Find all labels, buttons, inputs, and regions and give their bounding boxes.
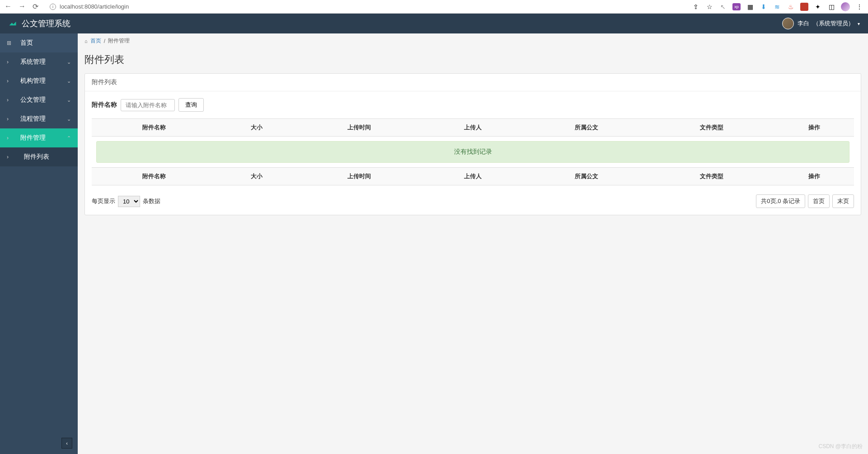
shield-icon[interactable] <box>800 3 808 11</box>
share-icon[interactable]: ⇪ <box>692 3 700 11</box>
col-size: 大小 <box>217 119 297 137</box>
sidebar-item-label: 首页 <box>20 39 71 47</box>
extension-icons: ⇪ ☆ ↖ xp ▦ ⬇ ≋ ♨ ✦ ◫ ⋮ <box>692 2 863 11</box>
reload-button[interactable]: ⟳ <box>33 2 38 11</box>
col-action: 操作 <box>774 168 854 185</box>
sidebar-item-label: 机构管理 <box>20 77 67 85</box>
chevron-down-icon: ▾ <box>858 21 860 26</box>
search-button[interactable]: 查询 <box>178 98 204 112</box>
sidebar-item-system[interactable]: › 系统管理 ⌄ <box>0 52 78 71</box>
chevron-right-icon: › <box>7 116 16 122</box>
sidebar-item-org[interactable]: › 机构管理 ⌄ <box>0 71 78 90</box>
chevron-down-icon: ⌄ <box>67 78 71 84</box>
sidebar-item-attachment[interactable]: › 附件管理 ⌃ <box>0 128 78 147</box>
col-upload-time: 上传时间 <box>296 168 422 185</box>
main-content: ⌂ 首页 / 附件管理 附件列表 附件列表 附件名称 查询 附件名称 <box>78 33 868 454</box>
table-header-row: 附件名称 大小 上传时间 上传人 所属公文 文件类型 操作 <box>92 119 854 137</box>
empty-message: 没有找到记录 <box>96 141 849 163</box>
chevron-right-icon: › <box>7 59 16 65</box>
page-size-select[interactable]: 10 <box>118 196 140 207</box>
pagination-row: 每页显示 10 条数据 共0页,0 条记录 首页 末页 <box>92 194 854 208</box>
xp-icon[interactable]: xp <box>732 3 741 10</box>
chevron-right-icon: › <box>7 78 16 84</box>
col-upload-time: 上传时间 <box>296 119 422 137</box>
col-uploader: 上传人 <box>422 168 524 185</box>
table-wrap: 附件名称 大小 上传时间 上传人 所属公文 文件类型 操作 <box>92 118 854 185</box>
page-info: 共0页,0 条记录 <box>756 194 805 208</box>
cursor-icon[interactable]: ↖ <box>719 3 727 11</box>
profile-icon[interactable] <box>841 2 850 11</box>
attachment-table: 附件名称 大小 上传时间 上传人 所属公文 文件类型 操作 <box>92 118 854 185</box>
empty-row: 没有找到记录 <box>92 137 854 168</box>
col-file-type: 文件类型 <box>649 168 774 185</box>
chevron-right-icon: › <box>7 154 16 160</box>
dashboard-icon: ⊞ <box>7 40 16 46</box>
home-icon: ⌂ <box>84 38 88 44</box>
user-name: 李白 <box>798 19 809 28</box>
sidebar-item-label: 附件列表 <box>24 153 71 161</box>
wallet-icon[interactable]: ▦ <box>746 3 754 11</box>
user-menu[interactable]: 李白 （系统管理员） ▾ <box>782 18 860 29</box>
sidebar-toggle[interactable]: ‹ <box>61 438 72 449</box>
col-name: 附件名称 <box>92 168 217 185</box>
sidebar-item-flow[interactable]: › 流程管理 ⌄ <box>0 109 78 128</box>
search-label: 附件名称 <box>92 101 117 109</box>
star-icon[interactable]: ☆ <box>705 3 713 11</box>
sidebar-item-label: 系统管理 <box>20 58 67 66</box>
panel-header: 附件列表 <box>85 74 861 91</box>
url-bar[interactable]: i localhost:8080/article/login <box>45 2 685 11</box>
puzzle-icon[interactable]: ✦ <box>814 3 822 11</box>
col-uploader: 上传人 <box>422 119 524 137</box>
page-controls: 共0页,0 条记录 首页 末页 <box>756 194 854 208</box>
info-icon: i <box>50 4 56 10</box>
avatar <box>782 18 794 29</box>
search-input[interactable] <box>121 99 175 111</box>
app-header: 公文管理系统 李白 （系统管理员） ▾ <box>0 14 868 33</box>
table-footer-row: 附件名称 大小 上传时间 上传人 所属公文 文件类型 操作 <box>92 168 854 185</box>
menu-icon[interactable]: ⋮ <box>855 3 863 11</box>
back-button[interactable]: ← <box>5 2 12 11</box>
panel-icon[interactable]: ◫ <box>827 3 835 11</box>
browser-chrome: ← → ⟳ i localhost:8080/article/login ⇪ ☆… <box>0 0 868 14</box>
panel-body: 附件名称 查询 附件名称 大小 上传时间 上传人 所属公文 <box>85 91 861 215</box>
page-size-suffix: 条数据 <box>143 197 160 205</box>
panel: 附件列表 附件名称 查询 附件名称 大小 上传时间 上传人 <box>84 73 861 215</box>
sidebar-item-document[interactable]: › 公文管理 ⌄ <box>0 90 78 109</box>
breadcrumb-separator: / <box>104 38 105 44</box>
page-size-prefix: 每页显示 <box>92 197 115 205</box>
forward-button[interactable]: → <box>19 2 26 11</box>
col-action: 操作 <box>774 119 854 137</box>
sidebar-item-label: 公文管理 <box>20 96 67 104</box>
breadcrumb-current: 附件管理 <box>108 37 130 45</box>
url-text: localhost:8080/article/login <box>60 3 129 10</box>
app-title: 公文管理系统 <box>22 18 70 29</box>
sidebar-item-home[interactable]: ⊞ 首页 <box>0 33 78 52</box>
col-document: 所属公文 <box>524 168 649 185</box>
breadcrumb-home[interactable]: 首页 <box>90 37 101 45</box>
last-page-button[interactable]: 末页 <box>832 194 854 208</box>
page-size: 每页显示 10 条数据 <box>92 196 160 207</box>
logo-icon <box>8 19 17 28</box>
col-name: 附件名称 <box>92 119 217 137</box>
chevron-right-icon: › <box>7 135 16 141</box>
page-title: 附件列表 <box>84 53 861 66</box>
chevron-up-icon: ⌃ <box>67 135 71 141</box>
chevron-down-icon: ⌄ <box>67 97 71 103</box>
stack-icon[interactable]: ≋ <box>773 3 781 11</box>
watermark: CSDN @李白的粉 <box>818 443 863 450</box>
col-file-type: 文件类型 <box>649 119 774 137</box>
search-row: 附件名称 查询 <box>92 98 854 112</box>
chevron-down-icon: ⌄ <box>67 59 71 65</box>
user-role: （系统管理员） <box>813 19 854 28</box>
first-page-button[interactable]: 首页 <box>808 194 830 208</box>
breadcrumb: ⌂ 首页 / 附件管理 <box>84 33 861 48</box>
chevron-down-icon: ⌄ <box>67 116 71 122</box>
sidebar-item-label: 附件管理 <box>20 134 67 142</box>
chevron-right-icon: › <box>7 97 16 103</box>
col-size: 大小 <box>217 168 297 185</box>
sidebar-item-attachment-list[interactable]: › 附件列表 <box>0 147 78 166</box>
browser-nav: ← → ⟳ <box>5 2 38 11</box>
sidebar: ⊞ 首页 › 系统管理 ⌄ › 机构管理 ⌄ › 公文管理 ⌄ › 流程管理 ⌄… <box>0 33 78 454</box>
download-icon[interactable]: ⬇ <box>760 3 768 11</box>
sitemap-icon[interactable]: ♨ <box>787 3 795 11</box>
